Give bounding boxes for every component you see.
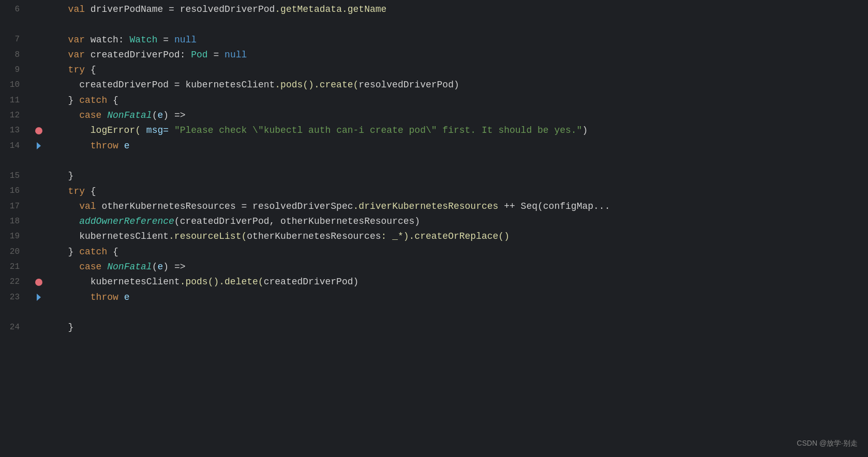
code-line: throw e <box>57 139 868 154</box>
breakpoint-indicator <box>31 123 47 138</box>
code-content: val driverPodName = resolvedDriverPod.ge… <box>47 0 868 457</box>
code-line: try { <box>57 184 868 199</box>
code-line: case NonFatal(e) => <box>57 108 868 123</box>
code-line <box>57 305 868 320</box>
code-line: } <box>57 169 868 184</box>
code-line: var watch: Watch = null <box>57 33 868 48</box>
code-line: try { <box>57 63 868 78</box>
code-line: } catch { <box>57 245 868 260</box>
debug-gutter <box>31 0 47 457</box>
watermark: CSDN @放学·别走 <box>797 438 858 449</box>
code-line: val driverPodName = resolvedDriverPod.ge… <box>57 2 868 17</box>
code-line: addOwnerReference(createdDriverPod, othe… <box>57 214 868 229</box>
code-editor: 6 7 8 9 10 11 12 13 14 15 16 17 18 19 20… <box>0 0 868 457</box>
bookmark-indicator <box>31 139 47 154</box>
code-line: kubernetesClient.resourceList(otherKuber… <box>57 229 868 244</box>
breakpoint-indicator-2 <box>31 275 47 290</box>
code-line: logError( msg= "Please check \"kubectl a… <box>57 123 868 138</box>
code-line <box>57 154 868 169</box>
code-line: createdDriverPod = kubernetesClient.pods… <box>57 78 868 93</box>
code-line: throw e <box>57 290 868 305</box>
code-line: kubernetesClient.pods().delete(createdDr… <box>57 275 868 290</box>
code-line: val otherKubernetesResources = resolvedD… <box>57 199 868 214</box>
code-line: case NonFatal(e) => <box>57 260 868 275</box>
code-line: var createdDriverPod: Pod = null <box>57 48 868 63</box>
code-line: } catch { <box>57 93 868 108</box>
bookmark-indicator-2 <box>31 290 47 305</box>
code-line <box>57 17 868 32</box>
line-numbers: 6 7 8 9 10 11 12 13 14 15 16 17 18 19 20… <box>0 0 31 457</box>
code-line: } <box>57 320 868 335</box>
